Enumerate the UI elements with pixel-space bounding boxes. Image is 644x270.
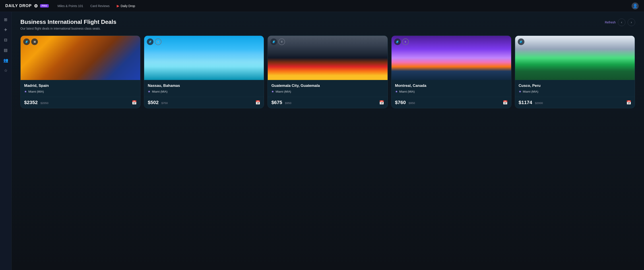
guatemala-body: Guatemala City, Guatemala ★ Miami (MIA) [268, 80, 387, 97]
nassau-badges: 🧳 0 [147, 38, 162, 45]
madrid-footer: $2352 $2850 📅 [20, 97, 140, 108]
nav-daily-drop-label: Daily Drop [121, 4, 135, 8]
montreal-badges: 🧳 0 [394, 38, 409, 45]
calendar-icon: 📅 [503, 100, 508, 105]
montreal-price-current: $760 [395, 100, 406, 105]
pro-badge: PRO [40, 4, 49, 7]
guatemala-footer: $675 $950 📅 [268, 97, 387, 108]
star-icon: ★ [395, 90, 398, 93]
guatemala-price: $675 $950 [271, 100, 291, 105]
card-image-guatemala: 🧳 0 [268, 36, 387, 80]
nassau-footer: $502 $750 📅 [144, 97, 264, 108]
nav-card-reviews[interactable]: Card Reviews [90, 4, 110, 8]
nassau-body: Nassau, Bahamas ★ Miami (MIA) [144, 80, 264, 97]
section-controls: Refresh ‹ › [605, 18, 635, 26]
daily-drop-icon: ▶ [117, 4, 119, 8]
cusco-footer: $1174 $2000 📅 [515, 97, 635, 108]
nassau-destination: Nassau, Bahamas [148, 84, 260, 88]
madrid-price: $2352 $2850 [24, 100, 48, 105]
deal-card-montreal[interactable]: 🧳 0 Montreal, Canada ★ Miami (MIA) $760 … [391, 36, 511, 108]
sidebar-item-dashboard[interactable]: ⊞ [2, 15, 10, 24]
guatemala-destination: Guatemala City, Guatemala [271, 84, 384, 88]
card-image-montreal: 🧳 0 [392, 36, 511, 80]
star-icon: ★ [24, 90, 27, 93]
sidebar-item-community[interactable]: 👥 [2, 56, 10, 65]
cusco-origin-text: Miami (MIA) [523, 90, 538, 93]
luggage-badge: 🧳 [270, 38, 277, 45]
refresh-button[interactable]: Refresh [605, 20, 616, 24]
star-icon: ★ [271, 90, 274, 93]
section-header: Business International Flight Deals Our … [20, 18, 635, 30]
madrid-image [20, 36, 140, 80]
montreal-origin-text: Miami (MIA) [399, 90, 415, 93]
calendar-icon: 📅 [132, 100, 137, 105]
cusco-price-original: $2000 [535, 101, 543, 105]
section-subtitle: Our latest flight deals in international… [20, 27, 116, 30]
nassau-origin: ★ Miami (MIA) [148, 90, 260, 93]
nav-daily-drop[interactable]: ▶ Daily Drop [117, 4, 135, 8]
star-icon: ★ [148, 90, 150, 93]
deal-card-madrid[interactable]: 🧳 ⊟ Madrid, Spain ★ Miami (MIA) $2352 $2… [20, 36, 140, 108]
cusco-image [515, 36, 635, 80]
card-image-nassau: 🧳 0 [144, 36, 264, 80]
zero-badge: 0 [155, 38, 162, 45]
logo[interactable]: DAILY DROP ⚙ PRO [5, 3, 49, 8]
zero-badge: 0 [402, 38, 409, 45]
section-title: Business International Flight Deals [20, 18, 116, 25]
sidebar-item-hotels[interactable]: ⊟ [2, 36, 10, 44]
montreal-body: Montreal, Canada ★ Miami (MIA) [392, 80, 511, 97]
cusco-body: Cusco, Peru ★ Miami (MIA) [515, 80, 635, 97]
montreal-destination: Montreal, Canada [395, 84, 508, 88]
guatemala-price-current: $675 [271, 100, 282, 105]
deal-card-cusco[interactable]: 🧳 Cusco, Peru ★ Miami (MIA) $1174 $2000 … [515, 36, 635, 108]
logo-text: DAILY DROP [5, 3, 32, 8]
info-badge: ⊟ [31, 38, 38, 45]
avatar-icon: 👤 [633, 3, 638, 8]
nav-miles[interactable]: Miles & Points 101 [58, 4, 83, 8]
madrid-destination: Madrid, Spain [24, 84, 137, 88]
nassau-price: $502 $750 [148, 100, 168, 105]
madrid-origin-text: Miami (MIA) [28, 90, 44, 93]
nassau-price-current: $502 [148, 100, 158, 105]
luggage-badge: 🧳 [23, 38, 30, 45]
nassau-image [144, 36, 264, 80]
nassau-origin-text: Miami (MIA) [152, 90, 168, 93]
guatemala-origin-text: Miami (MIA) [276, 90, 291, 93]
cusco-badges: 🧳 [518, 38, 524, 45]
cusco-price-current: $1174 [519, 100, 532, 105]
madrid-body: Madrid, Spain ★ Miami (MIA) [20, 80, 140, 97]
prev-arrow[interactable]: ‹ [618, 18, 626, 26]
card-image-cusco: 🧳 [515, 36, 635, 80]
nav-links: Miles & Points 101 Card Reviews ▶ Daily … [58, 4, 135, 8]
deal-card-nassau[interactable]: 🧳 0 Nassau, Bahamas ★ Miami (MIA) $502 $… [144, 36, 264, 108]
madrid-badges: 🧳 ⊟ [23, 38, 38, 45]
sidebar: ⊞ ✈ ⊟ ▤ 👥 ☆ [0, 12, 12, 270]
madrid-origin: ★ Miami (MIA) [24, 90, 137, 93]
sidebar-item-favorites[interactable]: ☆ [2, 66, 10, 75]
main-content: Business International Flight Deals Our … [12, 12, 644, 270]
deals-row: 🧳 ⊟ Madrid, Spain ★ Miami (MIA) $2352 $2… [20, 36, 635, 108]
calendar-icon: 📅 [379, 100, 384, 105]
montreal-origin: ★ Miami (MIA) [395, 90, 508, 93]
guatemala-image [268, 36, 387, 80]
star-icon: ★ [519, 90, 522, 93]
next-arrow[interactable]: › [628, 18, 635, 26]
luggage-badge: 🧳 [147, 38, 154, 45]
logo-icon: ⚙ [34, 3, 38, 8]
cusco-origin: ★ Miami (MIA) [519, 90, 631, 93]
sidebar-item-cards[interactable]: ▤ [2, 46, 10, 54]
guatemala-origin: ★ Miami (MIA) [271, 90, 384, 93]
montreal-footer: $760 $950 📅 [392, 97, 511, 108]
navbar: DAILY DROP ⚙ PRO Miles & Points 101 Card… [0, 0, 644, 12]
user-avatar[interactable]: 👤 [632, 2, 639, 9]
calendar-icon: 📅 [255, 100, 260, 105]
sidebar-item-flights[interactable]: ✈ [2, 26, 10, 34]
luggage-badge: 🧳 [394, 38, 401, 45]
zero-badge: 0 [278, 38, 285, 45]
guatemala-badges: 🧳 0 [270, 38, 285, 45]
montreal-price-original: $950 [408, 101, 415, 105]
nassau-price-original: $750 [162, 101, 168, 105]
madrid-price-current: $2352 [24, 100, 38, 105]
deal-card-guatemala[interactable]: 🧳 0 Guatemala City, Guatemala ★ Miami (M… [268, 36, 388, 108]
luggage-badge: 🧳 [518, 38, 524, 45]
